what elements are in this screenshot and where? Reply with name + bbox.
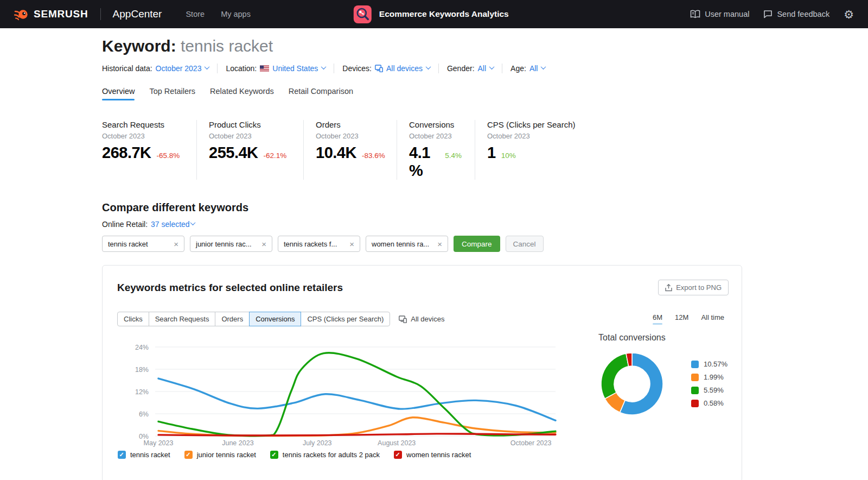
filter-value: United States xyxy=(272,64,318,73)
legend-value: 1.99% xyxy=(704,373,724,381)
chevron-down-icon xyxy=(489,64,495,70)
page-tabs: Overview Top Retailers Related Keywords … xyxy=(102,87,742,100)
svg-text:24%: 24% xyxy=(135,344,149,351)
keyword-value: tennis racket xyxy=(181,37,273,55)
semrush-logo-icon xyxy=(14,7,29,22)
legend-swatch xyxy=(691,361,699,368)
metric-tab-cps[interactable]: CPS (Clicks per Search) xyxy=(301,312,390,326)
nav-link-store[interactable]: Store xyxy=(186,10,205,18)
keywords-metrics-panel: Keywords metrics for selected online ret… xyxy=(102,265,742,480)
metric-tab-group: Clicks Search Requests Orders Conversion… xyxy=(117,312,390,326)
checkbox-checked-icon[interactable] xyxy=(270,451,278,459)
metric-label: Conversions xyxy=(409,120,462,129)
legend-value: 5.59% xyxy=(704,386,724,394)
keyword-chip-input[interactable]: junior tennis rac... xyxy=(190,236,272,252)
metric-value: 268.7K xyxy=(102,144,151,162)
legend-value: 10.57% xyxy=(704,360,727,368)
brand-name: SEMRUSH xyxy=(34,8,88,20)
tab-overview[interactable]: Overview xyxy=(102,87,135,100)
remove-icon[interactable] xyxy=(261,240,266,248)
series-toggle[interactable]: tennis rackets for adults 2 pack xyxy=(270,451,380,459)
filter-label: Age: xyxy=(510,64,526,73)
divider xyxy=(502,64,502,73)
metric-value: 255.4K xyxy=(209,144,258,162)
range-all-time[interactable]: All time xyxy=(701,313,724,325)
metric-cps: CPS (Clicks per Search) October 2023 1 1… xyxy=(487,120,589,180)
tab-retail-comparison[interactable]: Retail Comparison xyxy=(289,87,353,100)
keyword-chip-input[interactable]: tennis racket xyxy=(102,236,184,252)
top-navbar: SEMRUSH AppCenter Store My apps Ecommerc… xyxy=(0,0,868,28)
nav-link-my-apps[interactable]: My apps xyxy=(221,10,251,18)
tab-top-retailers[interactable]: Top Retailers xyxy=(149,87,195,100)
cancel-button[interactable]: Cancel xyxy=(506,236,544,252)
series-name: tennis racket xyxy=(130,451,170,459)
book-icon xyxy=(690,10,700,18)
brand-product: AppCenter xyxy=(113,8,162,20)
filter-age[interactable]: Age: All xyxy=(510,64,545,73)
checkbox-checked-icon[interactable] xyxy=(184,451,193,459)
range-12m[interactable]: 12M xyxy=(675,313,688,325)
range-tabs: 6M 12M All time xyxy=(653,313,724,325)
metric-tab-clicks[interactable]: Clicks xyxy=(117,312,149,326)
checkbox-checked-icon[interactable] xyxy=(394,451,402,459)
settings-gear-icon[interactable] xyxy=(844,9,854,20)
semrush-brand[interactable]: SEMRUSH AppCenter xyxy=(14,7,162,22)
app-icon xyxy=(353,5,372,24)
metric-tab-conversions[interactable]: Conversions xyxy=(249,312,301,326)
series-toggle[interactable]: tennis racket xyxy=(118,451,170,459)
checkbox-checked-icon[interactable] xyxy=(118,451,126,459)
brand-divider xyxy=(100,8,101,20)
metric-period: October 2023 xyxy=(409,132,462,140)
svg-text:October 2023: October 2023 xyxy=(510,439,552,447)
metric-change: -65.8% xyxy=(157,151,180,160)
metric-cards: Search Requests October 2023 268.7K -65.… xyxy=(102,120,742,180)
send-feedback-button[interactable]: Send feedback xyxy=(763,10,829,18)
chip-text: tennis rackets f... xyxy=(284,240,337,248)
chart-devices-indicator: All devices xyxy=(399,315,444,323)
feedback-bubble-icon xyxy=(763,10,773,18)
donut-legend-item: 5.59% xyxy=(691,386,727,394)
divider xyxy=(217,64,218,73)
donut-legend-item: 1.99% xyxy=(691,373,727,381)
remove-icon[interactable] xyxy=(174,240,178,248)
svg-text:May 2023: May 2023 xyxy=(144,439,174,447)
range-6m[interactable]: 6M xyxy=(653,313,662,325)
export-png-button[interactable]: Export to PNG xyxy=(658,280,729,295)
svg-text:6%: 6% xyxy=(139,410,149,418)
compare-button[interactable]: Compare xyxy=(454,236,500,252)
filter-location[interactable]: Location: United States xyxy=(226,64,326,73)
metric-value: 10.4K xyxy=(316,144,356,162)
chevron-down-icon xyxy=(425,64,431,70)
series-toggle[interactable]: junior tennis racket xyxy=(184,451,256,459)
keyword-chip-input[interactable]: tennis rackets f... xyxy=(278,236,360,252)
filter-gender[interactable]: Gender: All xyxy=(447,64,494,73)
filter-label: Gender: xyxy=(447,64,475,73)
remove-icon[interactable] xyxy=(349,240,354,248)
metric-period: October 2023 xyxy=(102,132,183,140)
metric-period: October 2023 xyxy=(209,132,290,140)
filter-historical-data[interactable]: Historical data: October 2023 xyxy=(102,64,209,73)
remove-icon[interactable] xyxy=(437,240,442,248)
filter-devices[interactable]: Devices: All devices xyxy=(342,64,430,73)
panel-title: Keywords metrics for selected online ret… xyxy=(117,282,343,294)
filter-value: October 2023 xyxy=(156,64,202,73)
devices-icon xyxy=(399,315,407,323)
keyword-chip-input[interactable]: women tennis ra... xyxy=(366,236,448,252)
series-toggle[interactable]: women tennis racket xyxy=(394,451,471,459)
metric-tab-search-requests[interactable]: Search Requests xyxy=(149,312,216,326)
online-retail-value: 37 selected xyxy=(151,220,190,229)
metric-label: CPS (Clicks per Search) xyxy=(487,120,576,129)
metric-period: October 2023 xyxy=(316,132,384,140)
metric-change: 5.4% xyxy=(445,151,462,160)
metric-orders: Orders October 2023 10.4K -83.6% xyxy=(316,120,397,180)
user-manual-button[interactable]: User manual xyxy=(690,10,749,18)
devices-icon xyxy=(375,65,383,72)
online-retail-dropdown[interactable]: 37 selected xyxy=(151,220,195,229)
metric-tab-orders[interactable]: Orders xyxy=(215,312,250,326)
tab-related-keywords[interactable]: Related Keywords xyxy=(210,87,274,100)
line-chart: 0%6%12%18%24%May 2023June 2023July 2023A… xyxy=(117,332,576,449)
export-icon xyxy=(665,284,672,292)
metric-value: 4.1 % xyxy=(409,144,439,180)
chevron-down-icon xyxy=(541,64,546,70)
filter-label: Devices: xyxy=(342,64,372,73)
